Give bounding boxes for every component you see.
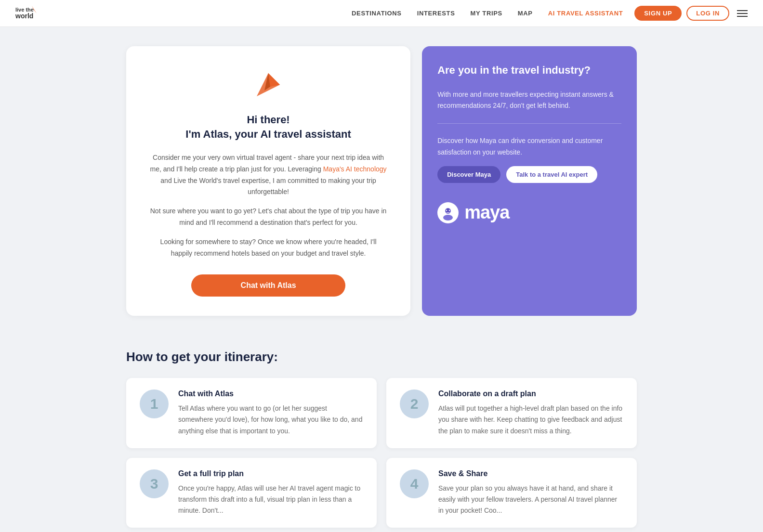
- atlas-title: Hi there!: [149, 114, 387, 126]
- svg-point-10: [449, 210, 450, 211]
- chat-with-atlas-button[interactable]: Chat with Atlas: [191, 274, 345, 297]
- atlas-desc-2: Not sure where you want to go yet? Let's…: [149, 206, 387, 229]
- step-4-title: Save & Share: [438, 469, 623, 478]
- step-3-content: Get a full trip plan Once you're happy, …: [178, 469, 363, 516]
- discover-maya-button[interactable]: Discover Maya: [437, 166, 500, 183]
- step-2-card: 2 Collaborate on a draft plan Atlas will…: [386, 378, 637, 448]
- nav-map[interactable]: MAP: [518, 10, 533, 17]
- step-2-content: Collaborate on a draft plan Atlas will p…: [438, 389, 623, 436]
- maya-avatar: [437, 202, 459, 223]
- how-section: How to get your itinerary: 1 Chat with A…: [126, 345, 637, 528]
- svg-text:world: world: [15, 12, 33, 20]
- login-button[interactable]: LOG IN: [686, 6, 729, 21]
- top-row: Hi there! I'm Atlas, your AI travel assi…: [126, 46, 637, 316]
- nav-my-trips[interactable]: MY TRIPS: [470, 10, 502, 17]
- how-title: How to get your itinerary:: [126, 350, 637, 364]
- atlas-desc-1: Consider me your very own virtual travel…: [149, 152, 387, 198]
- step-1-desc: Tell Atlas where you want to go (or let …: [178, 403, 363, 436]
- nav-destinations[interactable]: DESTINATIONS: [352, 10, 402, 17]
- svg-marker-4: [268, 73, 280, 87]
- logo[interactable]: live the world: [15, 5, 39, 22]
- step-4-number: 4: [400, 469, 429, 498]
- maya-link[interactable]: Maya's AI technology: [323, 165, 387, 173]
- step-3-title: Get a full trip plan: [178, 469, 363, 478]
- step-3-card: 3 Get a full trip plan Once you're happy…: [126, 458, 377, 528]
- signup-button[interactable]: SIGN UP: [634, 6, 682, 21]
- industry-text-1: With more and more travellers expecting …: [437, 89, 621, 112]
- step-3-number: 3: [140, 469, 169, 498]
- nav-interests[interactable]: INTERESTS: [417, 10, 455, 17]
- step-1-title: Chat with Atlas: [178, 389, 363, 398]
- industry-text-2: Discover how Maya can drive conversion a…: [437, 135, 621, 158]
- svg-point-7: [443, 215, 453, 221]
- nav-ai-assistant[interactable]: AI TRAVEL ASSISTANT: [548, 10, 623, 17]
- step-2-title: Collaborate on a draft plan: [438, 389, 623, 398]
- step-2-desc: Atlas will put together a high-level dra…: [438, 403, 623, 436]
- talk-ai-expert-button[interactable]: Talk to a travel AI expert: [506, 166, 597, 183]
- step-4-desc: Save your plan so you always have it at …: [438, 483, 623, 516]
- atlas-subtitle: I'm Atlas, your AI travel assistant: [149, 128, 387, 141]
- main-nav: DESTINATIONS INTERESTS MY TRIPS MAP AI T…: [352, 10, 623, 17]
- maya-branding: maya: [437, 202, 621, 223]
- industry-buttons: Discover Maya Talk to a travel AI expert: [437, 166, 621, 183]
- hamburger-menu[interactable]: [737, 10, 748, 17]
- step-1-number: 1: [140, 389, 169, 418]
- step-4-card: 4 Save & Share Save your plan so you alw…: [386, 458, 637, 528]
- industry-card: Are you in the travel industry? With mor…: [422, 46, 637, 316]
- step-2-number: 2: [400, 389, 429, 418]
- maya-brand-text: maya: [464, 202, 509, 223]
- atlas-icon: [149, 69, 387, 102]
- industry-title: Are you in the travel industry?: [437, 64, 621, 78]
- atlas-desc-3: Looking for somewhere to stay? Once we k…: [149, 236, 387, 260]
- step-1-card: 1 Chat with Atlas Tell Atlas where you w…: [126, 378, 377, 448]
- step-1-content: Chat with Atlas Tell Atlas where you wan…: [178, 389, 363, 436]
- industry-divider: [437, 123, 621, 124]
- svg-point-9: [446, 210, 447, 211]
- step-3-desc: Once you're happy, Atlas will use her AI…: [178, 483, 363, 516]
- step-4-content: Save & Share Save your plan so you alway…: [438, 469, 623, 516]
- steps-grid: 1 Chat with Atlas Tell Atlas where you w…: [126, 378, 637, 528]
- atlas-card: Hi there! I'm Atlas, your AI travel assi…: [126, 46, 410, 316]
